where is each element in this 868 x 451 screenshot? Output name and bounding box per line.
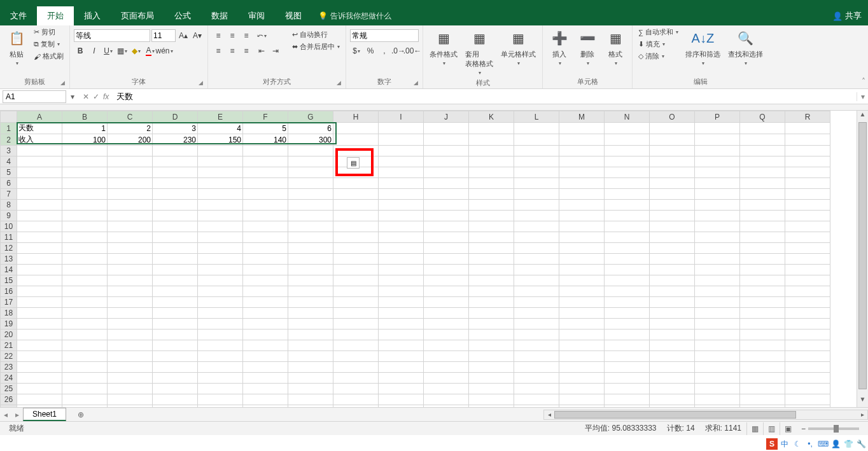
zoom-control[interactable]: − xyxy=(796,424,864,433)
cell[interactable] xyxy=(695,362,740,373)
cell[interactable] xyxy=(469,123,514,134)
cell[interactable] xyxy=(695,146,740,156)
cell[interactable] xyxy=(153,351,198,362)
cell[interactable] xyxy=(740,254,785,265)
cell[interactable] xyxy=(785,351,830,362)
cell[interactable] xyxy=(198,330,243,340)
cell[interactable] xyxy=(559,243,605,254)
column-header[interactable]: K xyxy=(469,111,514,123)
confirm-edit-button[interactable]: ✓ xyxy=(93,92,99,101)
cell[interactable] xyxy=(243,330,288,340)
cell[interactable] xyxy=(243,167,288,178)
cell[interactable] xyxy=(605,351,650,362)
cell[interactable] xyxy=(650,243,695,254)
cell[interactable] xyxy=(469,351,514,362)
cell[interactable] xyxy=(785,394,830,405)
row-header[interactable]: 23 xyxy=(1,362,17,373)
cell[interactable] xyxy=(650,221,695,232)
cell[interactable] xyxy=(740,123,785,134)
cell[interactable] xyxy=(605,167,650,178)
tab-page-layout[interactable]: 页面布局 xyxy=(111,6,164,25)
tab-review[interactable]: 审阅 xyxy=(238,6,275,25)
cell[interactable] xyxy=(17,308,62,319)
tab-home[interactable]: 开始 xyxy=(37,6,74,25)
cell[interactable] xyxy=(379,167,424,178)
cell[interactable] xyxy=(108,297,153,308)
cell[interactable] xyxy=(198,308,243,319)
cell[interactable] xyxy=(108,275,153,286)
cell[interactable] xyxy=(740,156,785,167)
cell[interactable] xyxy=(108,254,153,265)
cell[interactable] xyxy=(785,330,830,340)
cell[interactable] xyxy=(62,221,108,232)
cell[interactable] xyxy=(650,297,695,308)
cell[interactable] xyxy=(785,200,830,211)
cell[interactable] xyxy=(333,340,379,351)
cell[interactable] xyxy=(695,211,740,221)
cell[interactable] xyxy=(424,330,469,340)
cell[interactable] xyxy=(379,373,424,384)
cell[interactable] xyxy=(62,297,108,308)
cell[interactable] xyxy=(469,275,514,286)
cell[interactable] xyxy=(605,254,650,265)
cell[interactable] xyxy=(605,232,650,243)
cell[interactable] xyxy=(379,146,424,156)
underline-button[interactable]: U▾ xyxy=(102,45,115,57)
cell[interactable] xyxy=(17,221,62,232)
cell[interactable] xyxy=(198,211,243,221)
cell[interactable] xyxy=(288,178,333,189)
cell[interactable] xyxy=(424,362,469,373)
row-header[interactable]: 7 xyxy=(1,189,17,200)
cell[interactable] xyxy=(514,308,559,319)
cell[interactable]: 3 xyxy=(153,123,198,134)
cut-button[interactable]: ✂剪切 xyxy=(32,27,66,38)
cell[interactable] xyxy=(424,384,469,394)
cell[interactable] xyxy=(785,362,830,373)
cell[interactable] xyxy=(785,189,830,200)
cell[interactable] xyxy=(333,373,379,384)
cell[interactable] xyxy=(379,340,424,351)
cell[interactable] xyxy=(469,308,514,319)
cell[interactable] xyxy=(62,405,108,408)
cell[interactable] xyxy=(379,254,424,265)
cell[interactable] xyxy=(514,373,559,384)
cell[interactable] xyxy=(785,134,830,146)
fill-button[interactable]: ⬇填充▾ xyxy=(636,39,680,50)
cell[interactable] xyxy=(288,243,333,254)
cell[interactable] xyxy=(559,211,605,221)
cell[interactable] xyxy=(424,265,469,275)
cell[interactable] xyxy=(288,156,333,167)
cell[interactable] xyxy=(605,156,650,167)
page-break-view-button[interactable]: ▣ xyxy=(780,422,796,435)
cell[interactable]: 收入 xyxy=(17,134,62,146)
select-all-corner[interactable] xyxy=(1,111,17,123)
column-header[interactable]: I xyxy=(379,111,424,123)
cell[interactable] xyxy=(288,265,333,275)
cell[interactable] xyxy=(785,211,830,221)
cell[interactable] xyxy=(514,362,559,373)
cell[interactable] xyxy=(650,330,695,340)
conditional-format-button[interactable]: ▦条件格式▾ xyxy=(427,27,460,67)
cell[interactable] xyxy=(333,286,379,297)
cell[interactable] xyxy=(379,178,424,189)
cell[interactable] xyxy=(785,254,830,265)
column-header[interactable]: H xyxy=(333,111,379,123)
column-header[interactable]: L xyxy=(514,111,559,123)
cell[interactable] xyxy=(243,221,288,232)
cell[interactable] xyxy=(379,319,424,330)
tab-file[interactable]: 文件 xyxy=(0,6,37,25)
cell[interactable]: 150 xyxy=(198,134,243,146)
cell[interactable] xyxy=(559,286,605,297)
cell[interactable] xyxy=(559,405,605,408)
cell[interactable] xyxy=(740,384,785,394)
row-header[interactable]: 11 xyxy=(1,232,17,243)
cell[interactable] xyxy=(605,275,650,286)
cell[interactable] xyxy=(243,340,288,351)
cell[interactable] xyxy=(469,211,514,221)
cell[interactable] xyxy=(17,156,62,167)
cell[interactable]: 2 xyxy=(108,123,153,134)
cell[interactable] xyxy=(198,286,243,297)
cell[interactable] xyxy=(243,319,288,330)
cell[interactable] xyxy=(17,189,62,200)
cell[interactable] xyxy=(379,221,424,232)
